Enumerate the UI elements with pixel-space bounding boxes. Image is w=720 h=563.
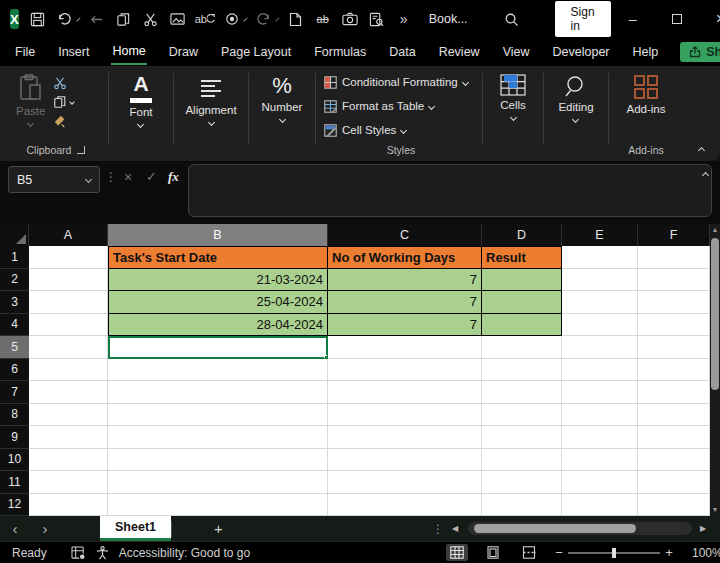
cell-F11[interactable] xyxy=(638,471,710,494)
cell-F12[interactable] xyxy=(638,494,710,517)
cell-C5[interactable] xyxy=(328,336,482,359)
cell-C1[interactable]: No of Working Days xyxy=(328,246,482,269)
zoom-level-label[interactable]: 100% xyxy=(692,546,720,560)
enter-button[interactable]: ✓ xyxy=(146,169,157,184)
column-header-D[interactable]: D xyxy=(482,224,562,246)
tab-data[interactable]: Data xyxy=(388,41,416,64)
cell-E5[interactable] xyxy=(562,336,638,359)
font-menu-button[interactable]: A Font xyxy=(121,70,160,127)
cells-menu-button[interactable]: Cells xyxy=(492,70,534,120)
cell-D7[interactable] xyxy=(482,381,562,404)
share-button[interactable]: Share xyxy=(680,42,720,62)
cell-A11[interactable] xyxy=(29,471,108,494)
cell-D2[interactable] xyxy=(482,269,562,292)
cell-C8[interactable] xyxy=(328,404,482,427)
cell-D3[interactable] xyxy=(482,291,562,314)
conditional-formatting-button[interactable]: Conditional Formatting xyxy=(324,74,468,90)
tab-formulas[interactable]: Formulas xyxy=(313,41,367,64)
cell-C6[interactable] xyxy=(328,359,482,382)
document-search-icon[interactable] xyxy=(367,8,387,30)
cell-B5[interactable] xyxy=(108,336,328,359)
cell-D5[interactable] xyxy=(482,336,562,359)
tab-home[interactable]: Home xyxy=(111,40,146,65)
tab-view[interactable]: View xyxy=(502,41,531,64)
formula-bar-drag-dots-icon[interactable]: ⋮ xyxy=(105,170,117,184)
cell-F9[interactable] xyxy=(638,426,710,449)
scroll-down-icon[interactable]: ▼ xyxy=(712,504,719,516)
cell-A7[interactable] xyxy=(29,381,108,404)
accessibility-icon[interactable] xyxy=(96,546,109,560)
scroll-up-icon[interactable]: ▲ xyxy=(712,224,719,236)
tab-page-layout[interactable]: Page Layout xyxy=(220,41,292,64)
cell-D6[interactable] xyxy=(482,359,562,382)
page-break-preview-button[interactable] xyxy=(518,544,540,561)
cell-E2[interactable] xyxy=(562,269,638,292)
sheet-tab-sheet1[interactable]: Sheet1 xyxy=(100,516,171,541)
cell-B8[interactable] xyxy=(108,404,328,427)
vertical-scrollbar-thumb[interactable] xyxy=(711,238,719,390)
name-box[interactable]: B5 xyxy=(8,166,100,193)
number-menu-button[interactable]: % Number xyxy=(254,70,311,122)
cancel-button[interactable]: × xyxy=(124,169,132,185)
cell-E6[interactable] xyxy=(562,359,638,382)
name-box-dropdown-icon[interactable] xyxy=(85,176,92,183)
save-icon[interactable] xyxy=(28,8,48,30)
cell-A4[interactable] xyxy=(29,314,108,337)
row-header-12[interactable]: 12 xyxy=(0,494,29,517)
row-header-3[interactable]: 3 xyxy=(0,291,29,314)
format-painter-button[interactable] xyxy=(53,114,74,128)
cell-A2[interactable] xyxy=(29,269,108,292)
accessibility-status-label[interactable]: Accessibility: Good to go xyxy=(119,546,250,560)
cell-E9[interactable] xyxy=(562,426,638,449)
tab-insert[interactable]: Insert xyxy=(57,41,90,64)
cell-C11[interactable] xyxy=(328,471,482,494)
cell-B4[interactable]: 28-04-2024 xyxy=(108,314,328,337)
touch-mode-dropdown-icon[interactable] xyxy=(243,17,247,21)
row-header-4[interactable]: 4 xyxy=(0,314,29,337)
cut-button[interactable] xyxy=(53,76,74,90)
cell-D12[interactable] xyxy=(482,494,562,517)
tab-draw[interactable]: Draw xyxy=(168,41,199,64)
cell-E7[interactable] xyxy=(562,381,638,404)
minimize-button[interactable]: – xyxy=(611,8,655,30)
column-header-A[interactable]: A xyxy=(29,224,108,246)
horizontal-scrollbar-thumb[interactable] xyxy=(474,524,636,533)
cell-F6[interactable] xyxy=(638,359,710,382)
row-header-11[interactable]: 11 xyxy=(0,471,29,494)
cell-A1[interactable] xyxy=(29,246,108,269)
zoom-out-button[interactable]: − xyxy=(552,545,566,560)
cell-A8[interactable] xyxy=(29,404,108,427)
cell-C4[interactable]: 7 xyxy=(328,314,482,337)
column-header-B[interactable]: B xyxy=(108,224,328,246)
camera-icon[interactable] xyxy=(340,8,360,30)
row-header-6[interactable]: 6 xyxy=(0,359,29,382)
vertical-scrollbar[interactable]: ▲ ▼ xyxy=(710,224,720,516)
cell-D1[interactable]: Result xyxy=(482,246,562,269)
cell-C12[interactable] xyxy=(328,494,482,517)
row-header-2[interactable]: 2 xyxy=(0,269,29,292)
zoom-slider[interactable] xyxy=(568,552,660,554)
cell-F10[interactable] xyxy=(638,449,710,472)
add-sheet-button[interactable]: + xyxy=(214,520,223,537)
paste-button[interactable]: Paste xyxy=(8,70,53,126)
close-button[interactable]: × xyxy=(699,8,720,30)
tab-developer[interactable]: Developer xyxy=(552,41,611,64)
strikethrough-icon[interactable]: ab xyxy=(313,8,333,30)
column-header-E[interactable]: E xyxy=(562,224,638,246)
page-layout-view-button[interactable] xyxy=(482,544,504,561)
cell-C3[interactable]: 7 xyxy=(328,291,482,314)
undo-icon[interactable] xyxy=(55,8,75,30)
new-file-icon[interactable] xyxy=(286,8,306,30)
row-header-1[interactable]: 1 xyxy=(0,246,29,269)
addins-button[interactable]: Add-ins xyxy=(619,70,674,115)
cell-F3[interactable] xyxy=(638,291,710,314)
cell-D9[interactable] xyxy=(482,426,562,449)
cell-C9[interactable] xyxy=(328,426,482,449)
tab-review[interactable]: Review xyxy=(438,41,481,64)
hscroll-left-icon[interactable]: ◀ xyxy=(452,524,458,533)
cut-icon[interactable] xyxy=(141,8,161,30)
cell-A5[interactable] xyxy=(29,336,108,359)
cell-D11[interactable] xyxy=(482,471,562,494)
cell-D8[interactable] xyxy=(482,404,562,427)
copy-button[interactable] xyxy=(53,95,74,109)
